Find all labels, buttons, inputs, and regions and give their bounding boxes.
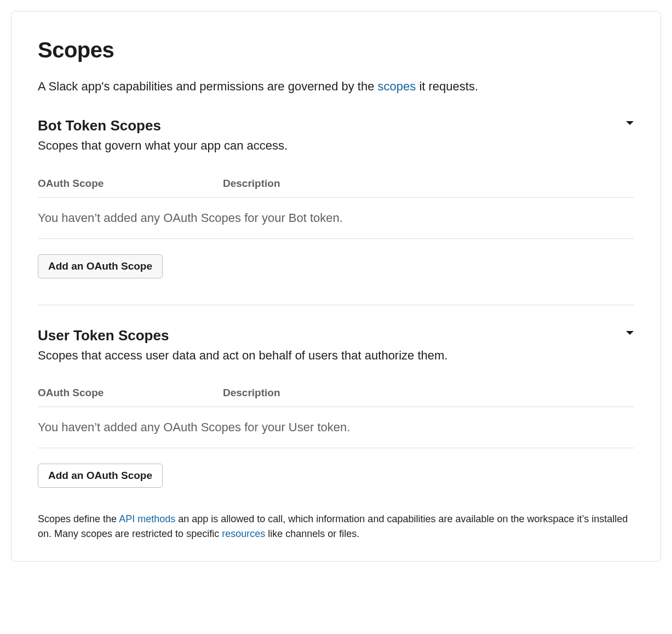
caret-down-icon (625, 330, 634, 336)
bot-empty-row: You haven’t added any OAuth Scopes for y… (38, 198, 634, 239)
bot-col-scope-header: OAuth Scope (38, 178, 223, 190)
scopes-card: Scopes A Slack app's capabilities and pe… (11, 11, 661, 562)
user-collapse-toggle[interactable] (625, 327, 634, 336)
bot-token-section: Bot Token Scopes Scopes that govern what… (38, 117, 634, 278)
bot-section-title: Bot Token Scopes (38, 117, 288, 134)
page-title: Scopes (38, 38, 634, 62)
scopes-link[interactable]: scopes (378, 79, 416, 93)
bot-table-header: OAuth Scope Description (38, 178, 634, 198)
user-section-titles: User Token Scopes Scopes that access use… (38, 327, 447, 364)
user-table-header: OAuth Scope Description (38, 387, 634, 407)
user-col-scope-header: OAuth Scope (38, 387, 223, 399)
user-token-section: User Token Scopes Scopes that access use… (38, 305, 634, 542)
footer-note: Scopes define the API methods an app is … (38, 512, 634, 541)
add-bot-scope-button[interactable]: Add an OAuth Scope (38, 254, 163, 278)
bot-col-description-header: Description (223, 178, 634, 190)
bot-collapse-toggle[interactable] (625, 117, 634, 126)
user-scope-table: OAuth Scope Description You haven’t adde… (38, 387, 634, 448)
user-section-subtitle: Scopes that access user data and act on … (38, 347, 447, 364)
bot-section-titles: Bot Token Scopes Scopes that govern what… (38, 117, 288, 155)
caret-down-icon (625, 121, 634, 126)
add-user-scope-button[interactable]: Add an OAuth Scope (38, 464, 163, 488)
resources-link[interactable]: resources (222, 528, 265, 539)
bot-section-subtitle: Scopes that govern what your app can acc… (38, 138, 288, 155)
user-col-description-header: Description (223, 387, 634, 399)
bot-section-header: Bot Token Scopes Scopes that govern what… (38, 117, 634, 155)
bot-scope-table: OAuth Scope Description You haven’t adde… (38, 178, 634, 239)
intro-suffix: it requests. (416, 79, 478, 93)
user-section-header: User Token Scopes Scopes that access use… (38, 327, 634, 364)
user-empty-row: You haven’t added any OAuth Scopes for y… (38, 407, 634, 448)
intro-text: A Slack app's capabilities and permissio… (38, 78, 634, 95)
user-section-title: User Token Scopes (38, 327, 447, 344)
footer-p1: Scopes define the (38, 513, 119, 524)
footer-p3: like channels or files. (265, 528, 359, 539)
api-methods-link[interactable]: API methods (119, 513, 175, 524)
intro-prefix: A Slack app's capabilities and permissio… (38, 79, 378, 93)
